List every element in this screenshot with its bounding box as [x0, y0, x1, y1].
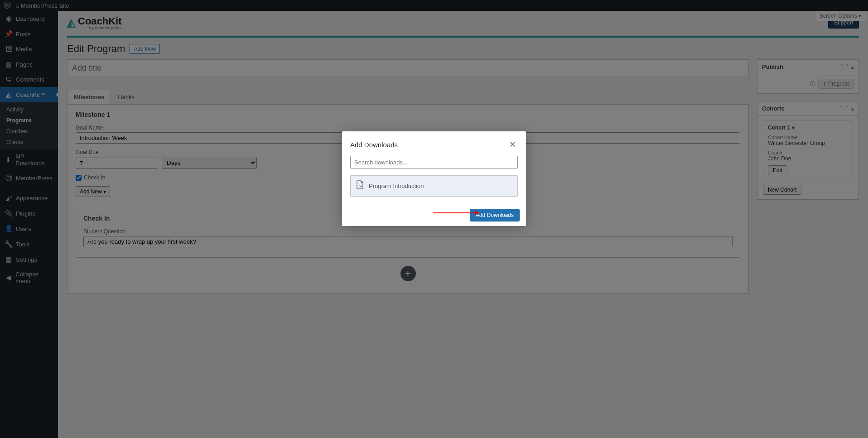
download-item[interactable]: Program Introduction	[350, 175, 518, 197]
search-downloads-input[interactable]	[350, 156, 518, 169]
modal-overlay: Add Downloads ✕ Program Introduction Add…	[0, 0, 868, 438]
close-icon[interactable]: ✕	[507, 139, 518, 150]
annotation-arrow	[433, 212, 478, 213]
download-item-name: Program Introduction	[369, 183, 424, 189]
file-pdf-icon	[356, 180, 364, 192]
add-downloads-modal: Add Downloads ✕ Program Introduction Add…	[342, 131, 526, 226]
modal-title: Add Downloads	[350, 141, 398, 149]
